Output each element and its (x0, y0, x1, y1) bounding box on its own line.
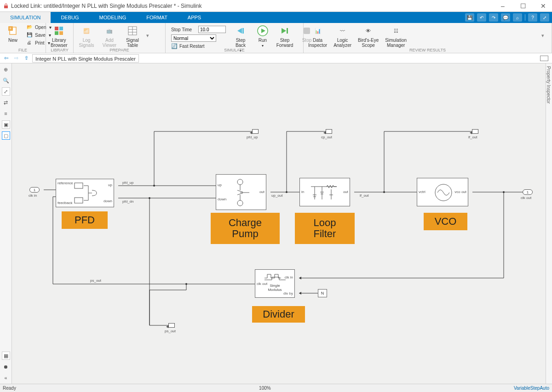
scope-cp-out[interactable] (326, 129, 332, 134)
close-button[interactable]: ✕ (537, 2, 549, 10)
image-icon[interactable]: ▦ (2, 352, 10, 360)
svg-point-26 (149, 197, 150, 199)
nav-up-icon[interactable]: ⇧ (22, 55, 30, 62)
sample-time-icon[interactable]: ≡ (2, 109, 10, 118)
property-inspector-label[interactable]: Property Inspector (546, 66, 551, 104)
collapse-icon[interactable]: « (2, 374, 10, 382)
zoom-icon[interactable]: 🔍 (2, 76, 10, 85)
right-rail: Property Inspector (546, 63, 552, 384)
ribbon-tabstrip: SIMULATION DEBUG MODELING FORMAT APPS 💾 … (0, 12, 552, 23)
record-icon[interactable]: ⏺ (2, 363, 10, 371)
annotation-pfd[interactable]: PFD (62, 211, 108, 229)
svg-point-45 (237, 179, 243, 185)
undo-icon[interactable]: ↶ (477, 13, 486, 22)
fullscreen-icon[interactable]: ⤢ (540, 13, 549, 22)
svg-rect-17 (287, 28, 288, 34)
nav-fwd-icon[interactable]: ⇨ (12, 55, 20, 62)
scope-pfd-up[interactable] (252, 129, 259, 134)
lock-icon (3, 3, 9, 9)
svg-point-46 (237, 200, 243, 206)
svg-marker-37 (299, 277, 301, 279)
search-icon[interactable]: ⌕ (513, 13, 522, 22)
svg-marker-40 (299, 292, 301, 295)
stoptime-label: Stop Time (171, 27, 196, 32)
block-n-constant[interactable]: N (318, 289, 327, 297)
signal-ps-out: ps_out (90, 278, 101, 283)
sim-mode-select[interactable]: Normal (171, 34, 216, 42)
annotation-lf[interactable]: Loop Filter (295, 213, 355, 244)
model-canvas[interactable]: 1 clk in reference feedback up down pfd_… (12, 63, 546, 384)
signal-pfd-up: pfd_up (122, 181, 133, 185)
tab-debug[interactable]: DEBUG (51, 12, 89, 23)
svg-point-30 (286, 191, 288, 193)
signal-table-button[interactable]: Signal Table (123, 24, 142, 49)
tab-format[interactable]: FORMAT (136, 12, 178, 23)
status-zoom[interactable]: 100% (16, 386, 514, 391)
outport-label: clk out (521, 196, 531, 200)
block-vco[interactable]: vctrl vco out (417, 178, 468, 206)
breadcrumb-model[interactable]: Integer N PLL with Single Modulus Presca… (32, 54, 139, 62)
tab-simulation[interactable]: SIMULATION (0, 12, 51, 23)
save-quick-icon[interactable]: 💾 (465, 13, 474, 22)
minimize-button[interactable]: – (497, 2, 509, 10)
status-ready: Ready (3, 386, 16, 391)
section-review-label: REVIEW RESULTS (304, 48, 552, 52)
scope-lf-out[interactable] (472, 129, 478, 134)
block-loop-filter[interactable]: in out (299, 178, 350, 206)
svg-rect-4 (55, 27, 58, 30)
svg-rect-44 (75, 198, 83, 203)
status-solver[interactable]: VariableStepAuto (514, 386, 549, 391)
annotation-vco[interactable]: VCO (424, 213, 467, 230)
block-pfd[interactable]: reference feedback up down (56, 179, 114, 207)
explorer-icon[interactable]: ⊕ (2, 65, 10, 74)
annotation-cp[interactable]: Charge Pump (211, 213, 280, 244)
sim-manager-button[interactable]: ☷Simulation Manager (384, 24, 408, 49)
arrows-icon[interactable]: ⇄ (2, 98, 10, 107)
scope-ps-out[interactable] (168, 323, 175, 328)
section-simulate-label: SIMULATE (166, 48, 303, 52)
help-icon[interactable]: ? (528, 13, 537, 22)
inport-label: clk in (29, 193, 37, 198)
svg-rect-5 (59, 27, 63, 30)
svg-line-50 (237, 193, 243, 195)
breadcrumb-bar: ⇦ ⇨ ⇧ Integer N PLL with Single Modulus … (0, 53, 552, 63)
maximize-button[interactable]: ☐ (517, 2, 529, 10)
signal-up-out: up_out (271, 193, 282, 198)
svg-rect-6 (55, 31, 58, 35)
window-title: Locked Link: untitled/Integer N PLL with… (11, 3, 497, 9)
scope-lf-out-label: lf_out (468, 135, 477, 139)
annotation-icon[interactable]: ▢ (2, 131, 10, 140)
svg-marker-16 (282, 28, 286, 34)
log-signals-button[interactable]: 📶Log Signals (77, 24, 96, 49)
canvas-toolbar: ⊕ 🔍 ⤢ ⇄ ≡ ▣ ▢ ▦ ⏺ « (0, 63, 12, 384)
status-bar: Ready 100% VariableStepAuto (0, 384, 552, 392)
logic-analyzer-button[interactable]: 〰Logic Analyzer (333, 24, 352, 49)
title-bar: Locked Link: untitled/Integer N PLL with… (0, 0, 552, 12)
section-library-label: LIBRARY (46, 48, 73, 52)
data-inspector-button[interactable]: 📊Data Inspector (307, 24, 328, 49)
review-expand-icon[interactable]: ▾ (541, 33, 544, 39)
tab-apps[interactable]: APPS (178, 12, 211, 23)
svg-point-34 (383, 191, 385, 193)
add-viewer-button[interactable]: 📺Add Viewer (100, 24, 119, 49)
nav-back-icon[interactable]: ⇦ (2, 55, 10, 62)
svg-rect-43 (75, 183, 83, 188)
toolstrip: + New 📂Open▾ 💾Save▾ 🖨Print▾ FILE Library… (0, 23, 552, 53)
inport-clk-in[interactable]: 1 (29, 187, 40, 193)
comment-icon[interactable]: 💬 (501, 13, 510, 22)
block-divider[interactable]: clk in div by clk out Single Modulus (255, 269, 295, 298)
block-charge-pump[interactable]: up down out (216, 174, 266, 210)
birds-eye-button[interactable]: 👁Bird's-Eye Scope (357, 24, 380, 49)
model-config-icon[interactable] (540, 56, 548, 61)
tab-modeling[interactable]: MODELING (89, 12, 137, 23)
redo-icon[interactable]: ↷ (489, 13, 498, 22)
outport-clk-out[interactable]: 1 (523, 189, 533, 195)
annotation-divider[interactable]: Divider (252, 306, 305, 323)
svg-line-49 (237, 190, 243, 192)
section-prepare-label: PREPARE (74, 48, 165, 52)
new-button[interactable]: + New (4, 24, 22, 44)
stoptime-input[interactable] (198, 26, 226, 33)
library-browser-button[interactable]: Library Browser (50, 24, 69, 49)
fit-icon[interactable]: ⤢ (2, 87, 10, 96)
screenshot-icon[interactable]: ▣ (2, 120, 10, 129)
